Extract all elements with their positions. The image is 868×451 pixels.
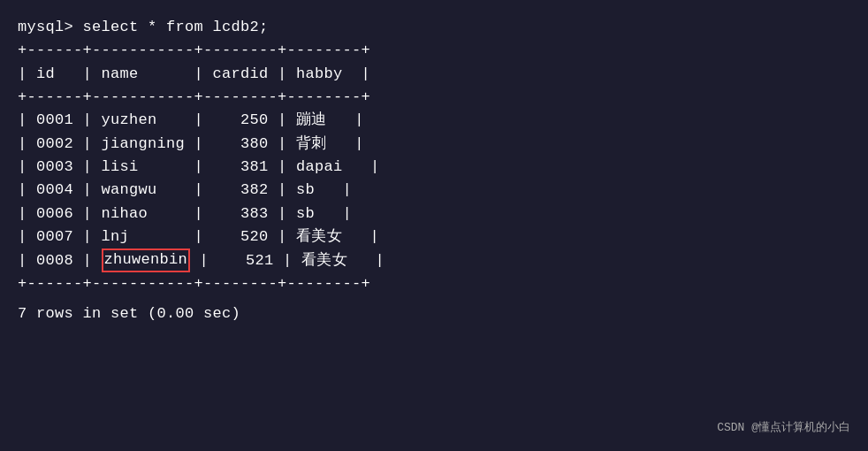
footer-line: 7 rows in set (0.00 sec) [18,305,850,322]
table-row: | 0007 | lnj | 520 | 看美女 | [18,228,379,245]
separator-mid: +------+-----------+--------+--------+ [18,88,370,105]
table-row: | 0003 | lisi | 381 | dapai | [18,158,380,175]
table-row: | 0001 | yuzhen | 250 | 蹦迪 | [18,111,364,128]
header-row: | id | name | cardid | habby | [18,65,370,82]
separator-bot: +------+-----------+--------+--------+ [18,275,370,292]
table-row: | 0002 | jiangning | 380 | 背刺 | [18,135,364,152]
highlighted-cell: zhuwenbin [102,248,191,271]
terminal-content: mysql> select * from lcdb2; +------+----… [18,16,850,296]
command-line: mysql> select * from lcdb2; [18,19,269,35]
terminal-window: mysql> select * from lcdb2; +------+----… [0,0,868,451]
table-row: | 0004 | wangwu | 382 | sb | [18,181,352,198]
table-row: | 0008 | zhuwenbin | 521 | 看美女 | [18,252,385,269]
watermark: CSDN @懂点计算机的小白 [717,419,850,435]
separator-top: +------+-----------+--------+--------+ [18,42,370,58]
table-row: | 0006 | nihao | 383 | sb | [18,205,352,222]
